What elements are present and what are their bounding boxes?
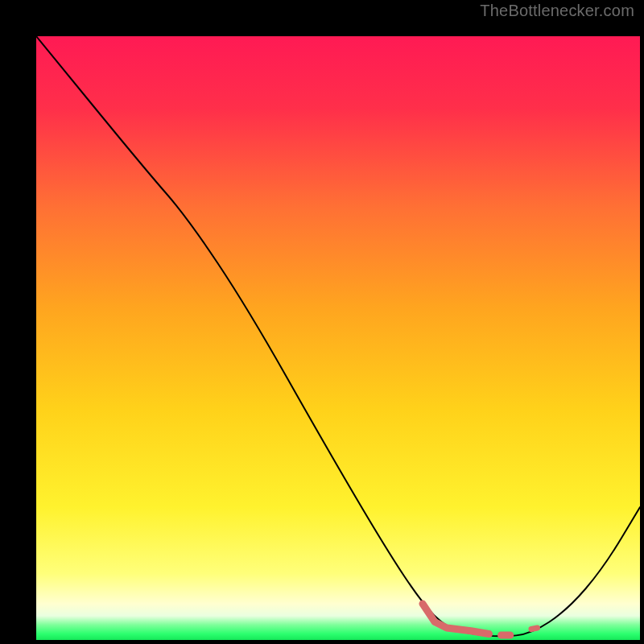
series-highlight-dot-2 [531, 628, 538, 630]
chart-frame [16, 16, 628, 628]
bottleneck-chart [36, 36, 640, 640]
chart-background [36, 36, 640, 640]
